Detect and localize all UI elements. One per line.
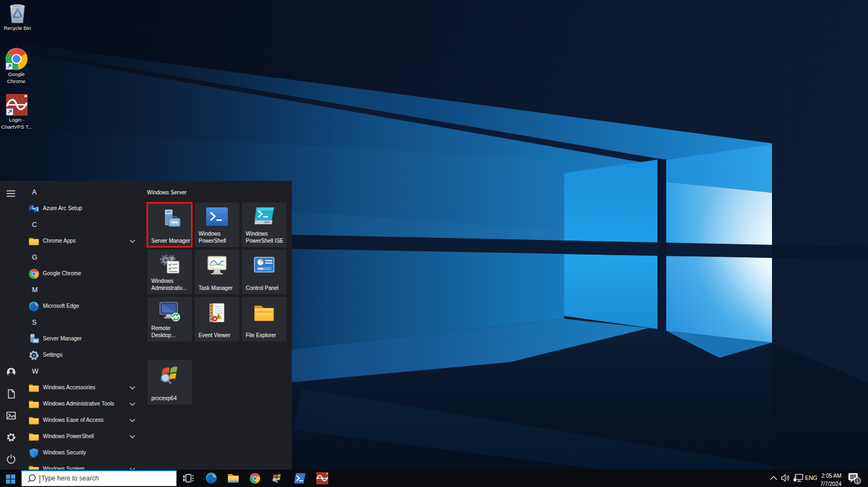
svg-text:1: 1	[856, 478, 859, 484]
